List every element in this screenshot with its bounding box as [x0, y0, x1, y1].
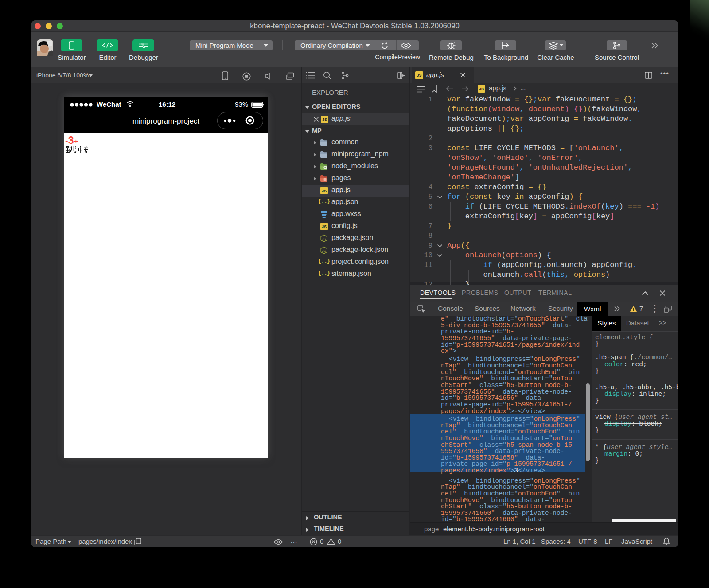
- svg-text:JS: JS: [322, 237, 326, 241]
- svg-text:JS: JS: [322, 249, 326, 253]
